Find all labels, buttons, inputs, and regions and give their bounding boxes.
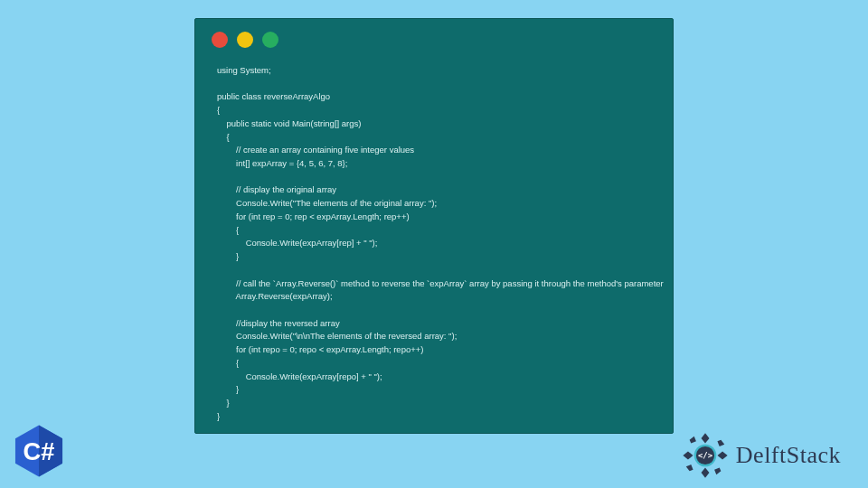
csharp-label: C#	[24, 437, 55, 465]
svg-marker-6	[701, 467, 709, 477]
svg-marker-2	[701, 433, 709, 443]
code-content: using System; public class reverseArrayA…	[195, 57, 673, 441]
delftstack-logo: </> DelftStack	[680, 430, 841, 481]
delftstack-text: DelftStack	[736, 442, 841, 469]
traffic-lights	[195, 19, 673, 57]
csharp-badge-icon: C#	[11, 423, 67, 479]
svg-marker-8	[683, 452, 693, 460]
svg-marker-4	[717, 452, 727, 460]
svg-marker-9	[689, 436, 695, 444]
code-brackets-icon: </>	[698, 451, 712, 460]
svg-marker-3	[717, 440, 724, 446]
code-window: using System; public class reverseArrayA…	[194, 18, 674, 434]
delftstack-emblem-icon: </>	[680, 430, 731, 481]
close-icon	[212, 32, 228, 48]
maximize-icon	[262, 32, 278, 48]
svg-marker-5	[714, 467, 721, 474]
svg-marker-7	[686, 465, 693, 471]
minimize-icon	[237, 32, 253, 48]
